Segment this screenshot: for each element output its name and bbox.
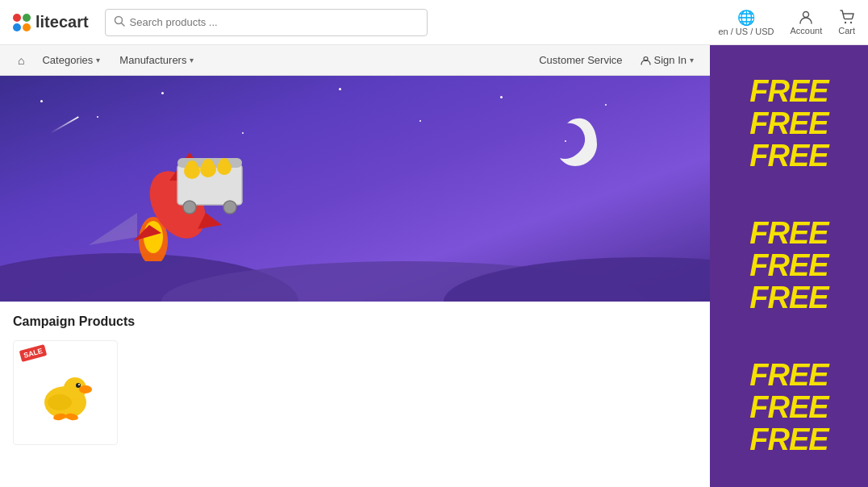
free-text-1a: FREE bbox=[749, 76, 828, 108]
free-text-2b: FREE bbox=[749, 250, 828, 282]
top-right-icons: 🌐 en / US / USD Account Cart bbox=[718, 9, 855, 36]
star-1 bbox=[40, 100, 43, 102]
globe-icon: 🌐 bbox=[737, 9, 755, 27]
moon bbox=[540, 108, 613, 181]
svg-point-2 bbox=[803, 12, 809, 18]
free-text-1b: FREE bbox=[749, 108, 828, 140]
nav-bar: ⌂ Categories ▾ Manufacturers ▾ Customer … bbox=[0, 45, 710, 76]
free-block-1: FREE FREE FREE bbox=[749, 76, 828, 173]
nav-signin[interactable]: Sign In ▾ bbox=[634, 45, 700, 76]
free-block-2: FREE FREE FREE bbox=[749, 218, 828, 314]
account-button[interactable]: Account bbox=[790, 9, 822, 35]
free-ad-panel: FREE FREE FREE FREE FREE FREE FREE FREE … bbox=[710, 45, 868, 487]
logo-dot-blue bbox=[13, 23, 21, 31]
campaign-section: Campaign Products SALE bbox=[0, 302, 710, 487]
signin-label: Sign In bbox=[654, 54, 686, 66]
account-icon bbox=[798, 9, 814, 25]
search-icon-button[interactable] bbox=[114, 15, 125, 29]
star-7 bbox=[500, 96, 503, 98]
free-text-3b: FREE bbox=[749, 392, 828, 424]
store-side: ⌂ Categories ▾ Manufacturers ▾ Customer … bbox=[0, 45, 710, 487]
signin-chevron-icon: ▾ bbox=[690, 56, 694, 65]
hero-banner bbox=[0, 76, 710, 302]
search-icon bbox=[114, 15, 125, 27]
duck-image bbox=[33, 360, 98, 425]
free-text-3a: FREE bbox=[749, 360, 828, 392]
main-wrapper: ⌂ Categories ▾ Manufacturers ▾ Customer … bbox=[0, 45, 868, 487]
nav-customer-service[interactable]: Customer Service bbox=[531, 54, 630, 66]
nav-categories[interactable]: Categories ▾ bbox=[32, 45, 110, 76]
nav-manufacturers[interactable]: Manufacturers ▾ bbox=[110, 45, 203, 76]
svg-point-20 bbox=[202, 159, 214, 170]
free-block-3: FREE FREE FREE bbox=[749, 360, 828, 456]
logo-dot-orange bbox=[23, 23, 31, 31]
svg-point-31 bbox=[48, 394, 72, 410]
product-card-duck[interactable]: SALE bbox=[13, 340, 118, 445]
free-text-2a: FREE bbox=[749, 218, 828, 250]
star-5 bbox=[339, 88, 341, 90]
svg-point-3 bbox=[844, 22, 845, 23]
svg-point-24 bbox=[223, 201, 236, 214]
svg-point-30 bbox=[78, 384, 80, 385]
star-6 bbox=[419, 120, 421, 122]
rocket-cart-illustration bbox=[73, 100, 363, 261]
nav-right: Customer Service Sign In ▾ bbox=[531, 45, 700, 76]
nav-home-button[interactable]: ⌂ bbox=[10, 54, 32, 67]
free-text-3c: FREE bbox=[749, 424, 828, 456]
campaign-title: Campaign Products bbox=[13, 314, 697, 329]
cart-label: Cart bbox=[838, 26, 855, 35]
svg-point-29 bbox=[76, 383, 81, 388]
logo-dot-green bbox=[23, 14, 31, 22]
logo-text: litecart bbox=[35, 13, 89, 31]
svg-point-23 bbox=[183, 201, 196, 214]
svg-point-28 bbox=[79, 385, 92, 393]
manufacturers-label: Manufacturers bbox=[119, 54, 186, 66]
svg-point-4 bbox=[849, 22, 851, 23]
locale-selector[interactable]: 🌐 en / US / USD bbox=[718, 9, 774, 36]
cart-button[interactable]: Cart bbox=[838, 9, 855, 35]
free-text-2c: FREE bbox=[749, 282, 828, 314]
sale-badge: SALE bbox=[19, 344, 48, 362]
account-label: Account bbox=[790, 26, 822, 35]
logo-dot-red bbox=[13, 14, 21, 22]
categories-label: Categories bbox=[42, 54, 93, 66]
categories-chevron-icon: ▾ bbox=[96, 56, 100, 65]
signin-icon bbox=[641, 55, 651, 65]
top-bar: litecart 🌐 en / US / USD Account bbox=[0, 0, 868, 45]
svg-point-18 bbox=[186, 160, 198, 172]
logo-dots bbox=[13, 14, 31, 31]
svg-line-1 bbox=[121, 23, 124, 27]
manufacturers-chevron-icon: ▾ bbox=[190, 56, 194, 65]
free-text-1c: FREE bbox=[749, 140, 828, 173]
svg-point-22 bbox=[219, 158, 229, 168]
star-3 bbox=[161, 92, 164, 94]
svg-marker-25 bbox=[89, 213, 137, 245]
locale-text: en / US / USD bbox=[718, 27, 774, 36]
search-bar bbox=[105, 9, 428, 36]
star-9 bbox=[605, 104, 607, 106]
search-input[interactable] bbox=[130, 16, 419, 28]
logo[interactable]: litecart bbox=[13, 13, 89, 31]
cart-icon bbox=[839, 9, 855, 25]
